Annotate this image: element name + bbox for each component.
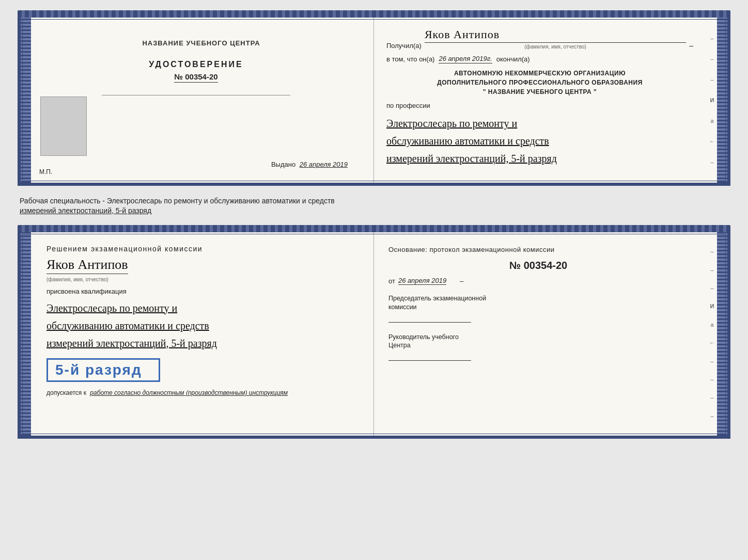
org-block: АВТОНОМНУЮ НЕКОММЕРЧЕСКУЮ ОРГАНИЗАЦИЮ ДО… xyxy=(386,69,693,97)
dopuskaetsya-text: работе согласно должностным (производств… xyxy=(90,389,288,396)
vydano-block: Выдано 26 апреля 2019 xyxy=(271,161,348,168)
person-name-large: Яков Антипов xyxy=(46,257,128,274)
razryad-badge-text: 5-й разряд xyxy=(55,362,142,378)
photo-placeholder xyxy=(40,97,87,156)
ot-date-value: 26 апреля 2019 xyxy=(398,277,446,285)
fio-hint-bottom: (фамилия, имя, отчество) xyxy=(46,277,108,282)
between-text-line2: измерений электростанций, 5-й разряд xyxy=(20,206,728,215)
udostoverenie-title: УДОСТОВЕРЕНИЕ xyxy=(149,60,243,69)
vydano-label: Выдано xyxy=(271,161,295,168)
dopuskaetsya-block: допускается к работе согласно должностны… xyxy=(46,388,358,397)
org-line3: " НАЗВАНИЕ УЧЕБНОГО ЦЕНТРА " xyxy=(386,87,693,97)
bottom-decoration-bar xyxy=(18,225,730,232)
org-line2: ДОПОЛНИТЕЛЬНОГО ПРОФЕССИОНАЛЬНОГО ОБРАЗО… xyxy=(386,78,693,87)
v-tom-row: в том, что он(а) 26 апреля 2019г. окончи… xyxy=(386,55,693,63)
document-bottom: Решением экзаменационной комиссии Яков А… xyxy=(18,225,730,439)
recipient-row: Получил(а) Яков Антипов (фамилия, имя, о… xyxy=(386,28,693,50)
osnovanie-label: Основание: протокол экзаменационной коми… xyxy=(388,245,688,255)
udostoverenie-number: № 00354-20 xyxy=(174,72,217,83)
profession-line1: Электрослесарь по ремонту и xyxy=(386,115,693,132)
document-top: НАЗВАНИЕ УЧЕБНОГО ЦЕНТРА УДОСТОВЕРЕНИЕ №… xyxy=(18,10,730,186)
protocol-number: № 00354-20 xyxy=(388,260,688,271)
qual-line3: измерений электростанций, 5-й разряд xyxy=(46,334,358,352)
between-text-line1: Рабочая специальность - Электрослесарь п… xyxy=(20,196,728,206)
razryad-badge-block: 5-й разряд xyxy=(46,358,160,382)
profession-block: Электрослесарь по ремонту и обслуживанию… xyxy=(386,115,693,167)
date-top: 26 апреля 2019г. xyxy=(439,55,492,63)
center-title-top: НАЗВАНИЕ УЧЕБНОГО ЦЕНТРА xyxy=(142,38,260,47)
okonchil-label: окончил(а) xyxy=(496,55,530,63)
stamp-area: М.П. xyxy=(39,168,52,175)
predsedatel-signature-line xyxy=(388,322,471,323)
top-decoration-bar xyxy=(18,10,730,18)
vydano-date: 26 апреля 2019 xyxy=(300,161,348,168)
predsedatel-block: Председатель экзаменационной комиссии xyxy=(388,294,688,323)
qualification-block: Электрослесарь по ремонту и обслуживанию… xyxy=(46,299,358,352)
predsedatel-line2: комиссии xyxy=(388,303,688,311)
po-professii-label: по профессии xyxy=(386,102,430,109)
center-title-label: НАЗВАНИЕ УЧЕБНОГО ЦЕНТРА xyxy=(142,39,260,47)
bottom-doc-left: Решением экзаменационной комиссии Яков А… xyxy=(21,232,374,436)
document-top-body: НАЗВАНИЕ УЧЕБНОГО ЦЕНТРА УДОСТОВЕРЕНИЕ №… xyxy=(18,18,730,186)
udostoverenie-block: УДОСТОВЕРЕНИЕ № 00354-20 xyxy=(149,60,243,83)
fio-hint-top: (фамилия, имя, отчество) xyxy=(425,44,686,50)
profession-line2: обслуживанию автоматики и средств xyxy=(386,132,693,150)
rukovoditel-signature-line xyxy=(388,360,471,361)
bottom-doc-right: – – – И а ← – – – – Основание: протокол … xyxy=(374,232,727,436)
dash-top: – xyxy=(689,41,693,50)
po-professii-row: по профессии xyxy=(386,102,693,109)
org-line1: АВТОНОМНУЮ НЕКОММЕРЧЕСКУЮ ОРГАНИЗАЦИЮ xyxy=(386,69,693,78)
person-name-block: Яков Антипов (фамилия, имя, отчество) xyxy=(46,257,358,283)
resheniem-title: Решением экзаменационной комиссии xyxy=(46,245,358,253)
between-docs: Рабочая специальность - Электрослесарь п… xyxy=(18,194,730,217)
v-tom-label: в том, что он(а) xyxy=(386,55,434,63)
poluchil-label: Получил(а) xyxy=(386,42,422,50)
dopuskaetsya-label: допускается к xyxy=(46,389,86,396)
document-bottom-body: Решением экзаменационной комиссии Яков А… xyxy=(18,232,730,439)
top-doc-left: НАЗВАНИЕ УЧЕБНОГО ЦЕНТРА УДОСТОВЕРЕНИЕ №… xyxy=(21,18,374,183)
profession-line3: измерений электростанций, 5-й разряд xyxy=(386,150,693,167)
qual-line2: обслуживанию автоматики и средств xyxy=(46,317,358,334)
rukovoditel-line1: Руководитель учебного xyxy=(388,333,688,342)
qual-line1: Электрослесарь по ремонту и xyxy=(46,299,358,317)
recipient-name: Яков Антипов xyxy=(425,28,686,43)
rukovoditel-line2: Центра xyxy=(388,342,688,349)
ot-date-row: от 26 апреля 2019 – xyxy=(388,277,688,285)
predsedatel-line1: Председатель экзаменационной xyxy=(388,294,688,303)
top-doc-right: – – – И а ← – Получил(а) Яков Антипов (ф… xyxy=(374,18,727,183)
stamp-label: М.П. xyxy=(39,168,52,175)
rukovoditel-block: Руководитель учебного Центра xyxy=(388,333,688,361)
ot-label: от xyxy=(388,277,395,285)
prisvoena-label: присвоена квалификация xyxy=(46,287,358,295)
